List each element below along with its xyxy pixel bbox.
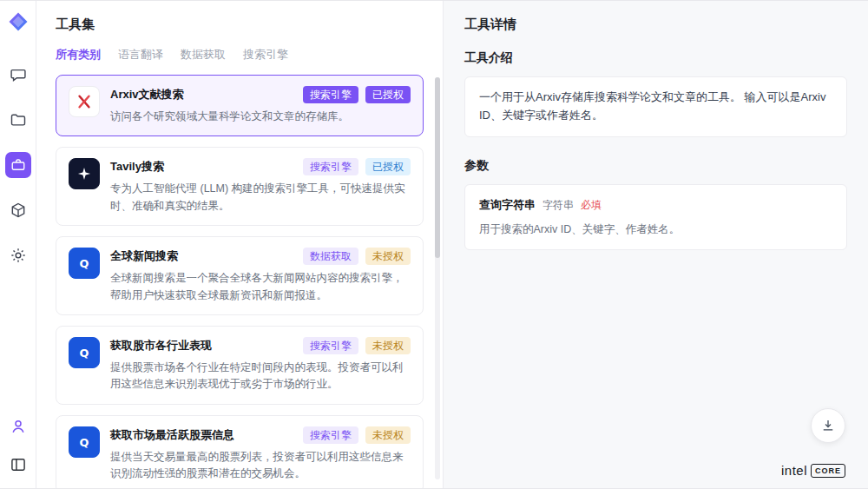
tool-card-active-stocks[interactable]: Q 获取市场最活跃股票信息 搜索引擎 未授权 提供当天交易量最高的股票列表，投资… (56, 415, 424, 488)
sidebar-item-plugins[interactable] (5, 197, 31, 223)
svg-text:Q: Q (80, 346, 89, 359)
param-type: 字符串 (542, 197, 574, 214)
tool-description: 提供股票市场各个行业在特定时间段内的表现。投资者可以利用这些信息来识别表现优于或… (110, 360, 411, 393)
user-icon (10, 418, 27, 435)
params-heading: 参数 (464, 158, 847, 174)
core-badge: CORE (811, 464, 845, 478)
tool-card-tavily[interactable]: Tavily搜索 搜索引擎 已授权 专为人工智能代理 (LLM) 构建的搜索引擎… (56, 147, 424, 226)
app-logo-icon (8, 11, 29, 32)
category-tabs: 所有类别 语言翻译 数据获取 搜索引擎 (56, 47, 443, 63)
tavily-logo-icon (69, 158, 100, 189)
svg-text:Q: Q (80, 257, 89, 270)
toolset-title: 工具集 (56, 17, 443, 33)
parameter-box: 查询字符串 字符串 必填 用于搜索的Arxiv ID、关键字、作者姓名。 (464, 184, 847, 251)
category-badge: 搜索引擎 (303, 158, 358, 175)
tool-name: 全球新闻搜索 (110, 248, 178, 264)
sidebar-item-user[interactable] (5, 413, 31, 439)
sidebar-item-settings[interactable] (5, 242, 31, 268)
intro-box: 一个用于从Arxiv存储库搜索科学论文和文章的工具。 输入可以是Arxiv ID… (464, 76, 847, 137)
tool-list: Arxiv文献搜索 搜索引擎 已授权 访问各个研究领域大量科学论文和文章的存储库… (56, 75, 443, 488)
tool-detail-panel: 工具详情 工具介绍 一个用于从Arxiv存储库搜索科学论文和文章的工具。 输入可… (443, 1, 868, 488)
tool-name: 获取市场最活跃股票信息 (110, 427, 234, 443)
active-stocks-logo-icon: Q (69, 426, 100, 458)
gear-icon (10, 247, 27, 264)
folder-icon (10, 111, 27, 129)
tab-translation[interactable]: 语言翻译 (118, 47, 163, 63)
tool-description: 提供当天交易量最高的股票列表，投资者可以利用这些信息来识别流动性强的股票和潜在的… (110, 449, 411, 483)
tool-list-scrollbar (435, 77, 440, 479)
auth-badge: 未授权 (365, 426, 411, 444)
category-badge: 搜索引擎 (303, 86, 358, 103)
tab-all-categories[interactable]: 所有类别 (56, 47, 101, 63)
param-description: 用于搜索的Arxiv ID、关键字、作者姓名。 (479, 221, 832, 238)
tool-card-sector-performance[interactable]: Q 获取股市各行业表现 搜索引擎 未授权 提供股票市场各个行业在特定时间段内的表… (56, 326, 424, 405)
toolset-panel: 工具集 所有类别 语言翻译 数据获取 搜索引擎 Arxiv文献搜索 搜索引擎 已… (36, 1, 443, 488)
tool-card-global-news[interactable]: Q 全球新闻搜索 数据获取 未授权 全球新闻搜索是一个聚合全球各大新闻网站内容的… (56, 236, 424, 315)
chat-icon (10, 66, 27, 83)
tool-name: 获取股市各行业表现 (110, 338, 212, 354)
param-required-badge: 必填 (581, 197, 602, 214)
tool-description: 全球新闻搜索是一个聚合全球各大新闻网站内容的搜索引擎，帮助用户快速获取全球最新资… (110, 270, 411, 304)
category-badge: 数据获取 (303, 248, 358, 265)
sidebar-item-tools[interactable] (5, 152, 31, 178)
category-badge: 搜索引擎 (303, 426, 358, 444)
cube-icon (10, 202, 27, 219)
tool-card-arxiv[interactable]: Arxiv文献搜索 搜索引擎 已授权 访问各个研究领域大量科学论文和文章的存储库… (56, 75, 424, 136)
tool-description: 专为人工智能代理 (LLM) 构建的搜索引擎工具，可快速提供实时、准确和真实的结… (110, 181, 411, 215)
arxiv-logo-icon (69, 86, 100, 117)
tab-search-engine[interactable]: 搜索引擎 (243, 47, 288, 63)
sidebar-item-collapse[interactable] (5, 452, 31, 478)
global-news-logo-icon: Q (69, 248, 100, 279)
tool-name: Tavily搜索 (110, 159, 164, 175)
sidebar-rail (0, 1, 36, 488)
tool-name: Arxiv文献搜索 (110, 87, 184, 102)
svg-text:Q: Q (80, 435, 89, 448)
download-icon (820, 418, 836, 433)
app-logo[interactable] (8, 11, 29, 36)
download-button[interactable] (811, 408, 845, 443)
auth-badge: 已授权 (365, 86, 411, 103)
tab-data-fetch[interactable]: 数据获取 (181, 47, 226, 63)
panel-toggle-icon (10, 456, 27, 473)
auth-badge: 未授权 (365, 248, 411, 265)
intro-heading: 工具介绍 (464, 50, 847, 66)
briefcase-icon (10, 157, 26, 173)
auth-badge: 未授权 (365, 337, 411, 354)
sector-performance-logo-icon: Q (69, 337, 100, 368)
sidebar-item-chat[interactable] (5, 62, 31, 88)
intel-core-logo: intel CORE (781, 463, 845, 478)
detail-title: 工具详情 (464, 17, 847, 33)
param-name: 查询字符串 (479, 196, 536, 215)
sidebar-item-files[interactable] (5, 107, 31, 133)
intel-wordmark: intel (781, 463, 807, 478)
category-badge: 搜索引擎 (303, 337, 358, 354)
auth-badge: 已授权 (365, 158, 411, 175)
scrollbar-thumb[interactable] (435, 77, 440, 258)
tool-description: 访问各个研究领域大量科学论文和文章的存储库。 (110, 109, 411, 125)
